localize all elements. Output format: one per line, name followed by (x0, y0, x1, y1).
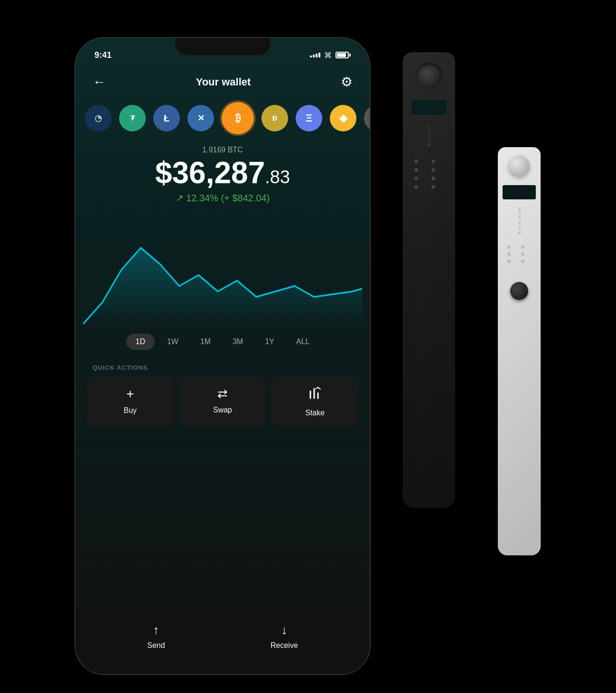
quick-actions-label: QUICK ACTIONS (75, 355, 370, 377)
notch (175, 38, 270, 55)
status-time: 9:41 (94, 50, 112, 60)
back-button[interactable]: ← (93, 75, 106, 90)
nano-s-label: Ethereum (517, 206, 522, 234)
coin-bnb[interactable]: ◈ (330, 105, 356, 131)
filter-1w[interactable]: 1W (158, 334, 188, 350)
coin-bitcoin-selected[interactable]: ₿ (222, 102, 254, 134)
nano-x-dots (403, 154, 455, 195)
settings-icon[interactable]: ⚙ (341, 74, 353, 90)
nano-x-top-button (416, 63, 442, 89)
signal-bars-icon (310, 53, 320, 57)
coin-ethereum[interactable]: Ξ (296, 105, 322, 131)
stake-icon (308, 386, 322, 404)
filter-3m[interactable]: 3M (223, 334, 252, 350)
nano-x-screen (411, 99, 448, 116)
nano-s-screen (503, 185, 536, 199)
page-title: Your wallet (196, 76, 251, 88)
nano-s-dots (498, 241, 541, 268)
nano-s-top-button (509, 156, 530, 177)
bottom-bar: ↑ Send ↓ Receive (75, 608, 370, 674)
buy-button[interactable]: + Buy (87, 377, 174, 427)
buy-icon: + (126, 386, 134, 402)
nano-x-label: Bitcoin (427, 123, 431, 146)
send-label: Send (147, 641, 165, 650)
buy-label: Buy (124, 406, 137, 415)
send-icon: ↑ (153, 623, 159, 637)
phone-device: 9:41 ⌘ (75, 38, 370, 674)
receive-label: Receive (271, 641, 298, 650)
balance-section: 1.9169 BTC $36,287.83 ↗ 12.34% (+ $842.0… (75, 142, 370, 206)
filter-1d[interactable]: 1D (126, 334, 155, 350)
nav-bar: ← Your wallet ⚙ (75, 69, 370, 94)
nano-s-bottom-button (510, 282, 528, 300)
wifi-icon: ⌘ (324, 51, 332, 60)
coin-dogecoin[interactable]: Ð (261, 105, 288, 131)
price-chart (75, 206, 370, 329)
coin-partial-left[interactable]: ◔ (85, 105, 112, 131)
balance-change: ↗ 12.34% (+ $842.04) (85, 192, 360, 204)
time-filters: 1D 1W 1M 3M 1Y ALL (75, 329, 370, 355)
receive-button[interactable]: ↓ Receive (271, 623, 298, 650)
svg-marker-0 (83, 248, 362, 324)
swap-label: Swap (213, 406, 232, 414)
battery-icon (336, 52, 351, 58)
screen: 9:41 ⌘ (75, 38, 370, 674)
crypto-selector: ◔ ₮ Ł ✕ ₿ Ð Ξ ◈ A (75, 94, 370, 142)
status-icons: ⌘ (310, 51, 351, 60)
stake-label: Stake (305, 409, 325, 417)
receive-icon: ↓ (281, 623, 287, 637)
coin-algo[interactable]: A (364, 105, 370, 131)
stake-button[interactable]: Stake (271, 377, 358, 427)
coin-litecoin[interactable]: Ł (153, 105, 180, 131)
coin-xrp[interactable]: ✕ (187, 105, 214, 131)
send-button[interactable]: ↑ Send (147, 623, 165, 650)
swap-button[interactable]: ⇄ Swap (179, 377, 266, 427)
filter-1y[interactable]: 1Y (255, 334, 284, 350)
balance-usd: $36,287.83 (85, 156, 360, 189)
quick-actions-grid: + Buy ⇄ Swap Sta (75, 377, 370, 427)
filter-1m[interactable]: 1M (191, 334, 220, 350)
btc-amount: 1.9169 BTC (85, 146, 360, 154)
swap-icon: ⇄ (217, 386, 228, 401)
ledger-nano-s: Ethereum (498, 147, 541, 555)
filter-all[interactable]: ALL (287, 334, 319, 350)
ledger-nano-x: Bitcoin (403, 52, 455, 508)
scene: 9:41 ⌘ (47, 14, 569, 679)
coin-tether[interactable]: ₮ (119, 105, 146, 131)
